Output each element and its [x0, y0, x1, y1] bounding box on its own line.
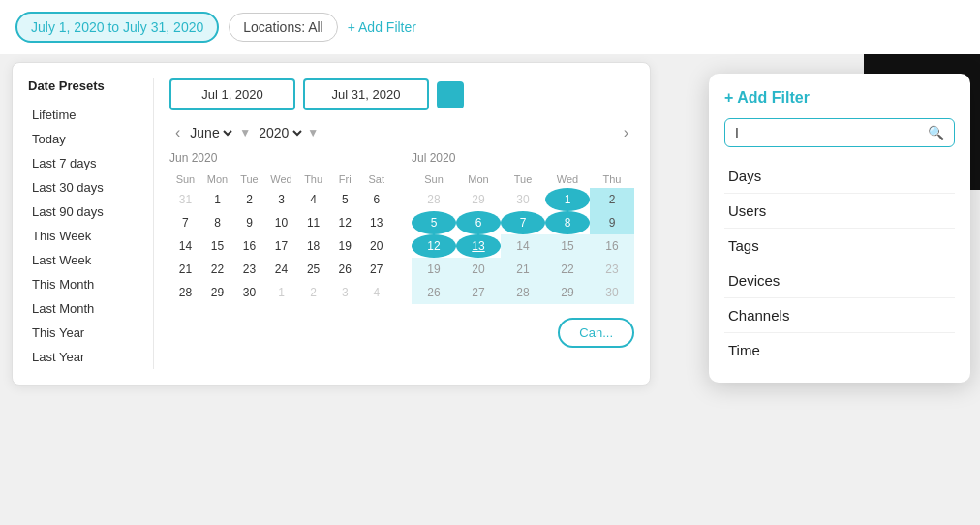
month-select[interactable]: June July — [186, 124, 235, 141]
table-row[interactable]: 30 — [233, 281, 265, 304]
add-filter-link[interactable]: + Add Filter — [348, 19, 416, 35]
table-row[interactable]: 7 — [169, 211, 201, 234]
table-row[interactable]: 2 — [297, 281, 329, 304]
preset-this-month[interactable]: This Month — [28, 272, 141, 296]
table-row[interactable]: 27 — [456, 281, 501, 304]
filter-option-users[interactable]: Users — [724, 194, 955, 229]
table-row[interactable]: 15 — [545, 234, 590, 258]
table-row[interactable]: 31 — [169, 188, 201, 211]
table-row[interactable]: 6 — [456, 211, 501, 234]
preset-today[interactable]: Today — [28, 127, 141, 151]
preset-last-month[interactable]: Last Month — [28, 296, 141, 321]
prev-month-arrow[interactable]: ‹ — [169, 124, 186, 141]
table-row[interactable]: 23 — [590, 258, 634, 281]
table-row[interactable]: 24 — [265, 258, 297, 281]
preset-lifetime[interactable]: Lifetime — [28, 103, 141, 127]
filter-option-devices[interactable]: Devices — [724, 263, 955, 298]
july-calendar: Jul 2020 Sun Mon Tue Wed Thu — [412, 151, 634, 304]
table-row[interactable]: 29 — [201, 281, 233, 304]
table-row[interactable]: 2 — [590, 188, 634, 211]
table-row[interactable]: 20 — [456, 258, 501, 281]
filter-search-input[interactable] — [735, 125, 928, 140]
table-row[interactable]: 28 — [412, 188, 456, 211]
col-wed: Wed — [265, 170, 297, 188]
preset-last-week[interactable]: Last Week — [28, 248, 141, 272]
july-label: Jul 2020 — [412, 151, 634, 165]
table-row[interactable]: 27 — [360, 258, 392, 281]
table-row[interactable]: 21 — [169, 258, 201, 281]
table-row[interactable]: 29 — [545, 281, 590, 304]
table-row[interactable]: 15 — [201, 234, 233, 258]
locations-pill[interactable]: Locations: All — [229, 13, 338, 42]
preset-this-week[interactable]: This Week — [28, 224, 141, 248]
table-row[interactable]: 5 — [412, 211, 456, 234]
table-row[interactable]: 13 — [456, 234, 501, 258]
filter-option-channels[interactable]: Channels — [724, 298, 955, 333]
table-row[interactable]: 22 — [545, 258, 590, 281]
table-row[interactable]: 12 — [329, 211, 360, 234]
table-row[interactable]: 30 — [501, 188, 545, 211]
preset-last7[interactable]: Last 7 days — [28, 151, 141, 175]
table-row[interactable]: 25 — [297, 258, 329, 281]
table-row[interactable]: 3 — [265, 188, 297, 211]
table-row[interactable]: 26 — [329, 258, 360, 281]
table-row[interactable]: 22 — [201, 258, 233, 281]
table-row[interactable]: 16 — [233, 234, 265, 258]
next-month-arrow[interactable]: › — [618, 124, 634, 141]
col-mon: Mon — [456, 170, 501, 188]
col-thu: Thu — [590, 170, 634, 188]
cancel-button[interactable]: Can... — [558, 318, 634, 348]
main-content: Date Presets Lifetime Today Last 7 days … — [0, 54, 980, 393]
table-row[interactable]: 19 — [412, 258, 456, 281]
color-swatch[interactable] — [437, 81, 464, 108]
preset-last90[interactable]: Last 90 days — [28, 200, 141, 224]
table-row[interactable]: 29 — [456, 188, 501, 211]
table-row[interactable]: 1 — [201, 188, 233, 211]
table-row[interactable]: 30 — [590, 281, 634, 304]
date-range-pill[interactable]: July 1, 2020 to July 31, 2020 — [15, 12, 219, 43]
calendars-row: Jun 2020 Sun Mon Tue Wed Thu Fri Sat — [169, 151, 634, 304]
table-row[interactable]: 26 — [412, 281, 456, 304]
search-icon: 🔍 — [928, 125, 944, 140]
col-sun: Sun — [169, 170, 201, 188]
preset-last30[interactable]: Last 30 days — [28, 175, 141, 200]
preset-last-year[interactable]: Last Year — [28, 345, 141, 369]
table-row[interactable]: 8 — [545, 211, 590, 234]
table-row[interactable]: 3 — [329, 281, 360, 304]
table-row[interactable]: 6 — [360, 188, 392, 211]
table-row[interactable]: 2 — [233, 188, 265, 211]
table-row[interactable]: 1 — [265, 281, 297, 304]
filter-option-time[interactable]: Time — [724, 333, 955, 367]
year-select[interactable]: 2020 2019 — [255, 124, 305, 141]
table-row[interactable]: 17 — [265, 234, 297, 258]
table-row[interactable]: 10 — [265, 211, 297, 234]
table-row[interactable]: 28 — [501, 281, 545, 304]
table-row[interactable]: 1 — [545, 188, 590, 211]
table-row[interactable]: 12 — [412, 234, 456, 258]
table-row[interactable]: 23 — [233, 258, 265, 281]
table-row[interactable]: 18 — [297, 234, 329, 258]
table-row[interactable]: 21 — [501, 258, 545, 281]
filter-option-days[interactable]: Days — [724, 159, 955, 194]
end-date-input[interactable] — [303, 78, 429, 110]
preset-this-year[interactable]: This Year — [28, 321, 141, 345]
table-row[interactable]: 20 — [360, 234, 392, 258]
table-row[interactable]: 4 — [297, 188, 329, 211]
table-row[interactable]: 9 — [233, 211, 265, 234]
table-row[interactable]: 11 — [297, 211, 329, 234]
table-row[interactable]: 19 — [329, 234, 360, 258]
start-date-input[interactable] — [169, 78, 295, 110]
table-row[interactable]: 8 — [201, 211, 233, 234]
june-grid: Sun Mon Tue Wed Thu Fri Sat 31 — [169, 170, 392, 304]
table-row[interactable]: 16 — [590, 234, 634, 258]
table-row[interactable]: 28 — [169, 281, 201, 304]
table-row[interactable]: 9 — [590, 211, 634, 234]
table-row[interactable]: 14 — [501, 234, 545, 258]
table-row[interactable]: 5 — [329, 188, 360, 211]
filter-option-tags[interactable]: Tags — [724, 229, 955, 263]
col-fri: Fri — [329, 170, 360, 188]
table-row[interactable]: 4 — [360, 281, 392, 304]
table-row[interactable]: 7 — [501, 211, 545, 234]
table-row[interactable]: 14 — [169, 234, 201, 258]
table-row[interactable]: 13 — [360, 211, 392, 234]
